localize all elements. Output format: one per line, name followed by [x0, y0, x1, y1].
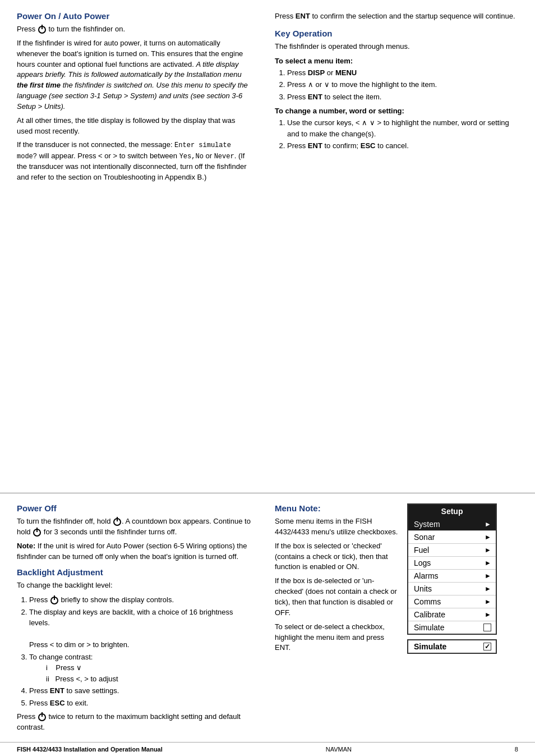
menu-note-title: Menu Note: [275, 503, 398, 513]
backlight-step-1: Press briefly to show the display contro… [29, 594, 252, 606]
select-step-1: Press DISP or MENU [287, 67, 518, 79]
power-icon [38, 26, 46, 34]
menu-box-container: Setup System ► Sonar ► Fuel ► Logs [407, 503, 497, 736]
change-step-1: Use the cursor keys, < ∧ ∨ > to highligh… [287, 117, 518, 139]
change-step-2: Press ENT to confirm; ESC to cancel. [287, 140, 518, 152]
menu-item-fuel-arrow: ► [485, 546, 491, 554]
menu-item-calibrate-label: Calibrate [414, 610, 445, 619]
simulate-box: Simulate ✓ [407, 639, 497, 654]
power-on-p4: If the transducer is not connected, the … [17, 140, 252, 182]
menu-item-units-arrow: ► [485, 585, 491, 593]
menu-note-p4: To select or de-select a checkbox, highl… [275, 622, 398, 654]
setup-menu: Setup System ► Sonar ► Fuel ► Logs [407, 503, 497, 635]
menu-item-comms-label: Comms [414, 597, 441, 606]
menu-item-comms: Comms ► [408, 595, 496, 608]
menu-item-alarms-arrow: ► [485, 572, 491, 580]
menu-item-logs-label: Logs [414, 558, 431, 567]
footer-left: FISH 4432/4433 Installation and Operatio… [17, 746, 163, 753]
setup-menu-header: Setup [408, 505, 496, 518]
power-on-p2: If the fishfinder is wired for auto powe… [17, 38, 252, 112]
menu-item-comms-arrow: ► [485, 598, 491, 606]
menu-item-logs-arrow: ► [485, 559, 491, 567]
simulate-box-label: Simulate [414, 642, 446, 651]
menu-item-fuel: Fuel ► [408, 544, 496, 557]
menu-item-units: Units ► [408, 583, 496, 595]
backlight-outro: Press twice to return to the maximum bac… [17, 712, 252, 733]
menu-item-system: System ► [408, 518, 496, 531]
menu-item-calibrate-arrow: ► [485, 611, 491, 618]
menu-item-calibrate: Calibrate ► [408, 608, 496, 621]
top-right-p1: Press ENT to confirm the selection and t… [275, 11, 518, 22]
bottom-left: Power Off To turn the fishfinder off, ho… [0, 499, 264, 742]
select-step-3: Press ENT to select the item. [287, 91, 518, 103]
backlight-step-3: To change contrast: i Press ∨ ii Press <… [29, 652, 252, 685]
select-menu-title: To select a menu item: [275, 57, 518, 65]
select-step-2: Press ∧ or ∨ to move the highlight to th… [287, 79, 518, 90]
select-steps-list: Press DISP or MENU Press ∧ or ∨ to move … [287, 67, 518, 103]
power-off-icon [113, 518, 121, 526]
menu-item-simulate: Simulate [408, 621, 496, 634]
simulate-box-row: Simulate ✓ [408, 640, 496, 653]
menu-item-system-arrow: ► [485, 520, 491, 528]
page: Power On / Auto Power Press to turn the … [0, 0, 535, 756]
key-op-intro: The fishfinder is operated through menus… [275, 42, 518, 52]
backlight-step-2: The display and keys are backlit, with a… [29, 607, 252, 650]
menu-item-sonar-arrow: ► [485, 533, 491, 541]
menu-note-p1: Some menu items in the FISH 4432/4433 me… [275, 516, 398, 538]
menu-item-alarms-label: Alarms [414, 571, 439, 580]
main-content: Power On / Auto Power Press to turn the … [0, 0, 535, 493]
footer: FISH 4432/4433 Installation and Operatio… [0, 742, 535, 756]
power-on-p1: Press to turn the fishfinder on. [17, 24, 252, 35]
menu-item-fuel-label: Fuel [414, 546, 429, 555]
menu-item-units-label: Units [414, 584, 432, 593]
menu-item-simulate-label: Simulate [414, 623, 444, 632]
menu-item-alarms: Alarms ► [408, 570, 496, 583]
menu-item-logs: Logs ► [408, 557, 496, 570]
right-column: Press ENT to confirm the selection and t… [264, 6, 535, 493]
backlight-step-4: Press ENT to save settings. [29, 685, 252, 697]
power-off-icon2 [33, 529, 41, 537]
menu-item-system-label: System [414, 520, 440, 529]
power-off-title: Power Off [17, 503, 252, 513]
change-steps-list: Use the cursor keys, < ∧ ∨ > to highligh… [287, 117, 518, 152]
contrast-ii: ii Press <, > to adjust [46, 673, 252, 685]
menu-item-sonar-label: Sonar [414, 533, 435, 542]
backlight-intro: To change the backlight level: [17, 580, 252, 591]
contrast-i: i Press ∨ [46, 662, 252, 673]
backlight-title: Backlight Adjustment [17, 567, 252, 577]
change-setting-title: To change a number, word or setting: [275, 107, 518, 115]
power-off-p1: To turn the fishfinder off, hold . A cou… [17, 516, 252, 538]
power-off-p2: Note: If the unit is wired for Auto Powe… [17, 541, 252, 562]
power-on-p3: At all other times, the title display is… [17, 116, 252, 137]
menu-note-p2: If the box is selected or 'checked' (con… [275, 541, 398, 573]
left-column: Power On / Auto Power Press to turn the … [0, 6, 264, 493]
power-bl-icon [50, 597, 58, 604]
backlight-step-5: Press ESC to exit. [29, 698, 252, 709]
menu-item-simulate-checkbox [483, 624, 491, 631]
footer-center: NAVMAN [326, 746, 352, 753]
menu-note-p3: If the box is de-selected or 'un-checked… [275, 576, 398, 618]
menu-note-text: Menu Note: Some menu items in the FISH 4… [275, 503, 398, 736]
footer-right: 8 [515, 746, 518, 753]
power-on-title: Power On / Auto Power [17, 11, 252, 21]
simulate-checked-icon: ✓ [483, 643, 491, 650]
menu-item-sonar: Sonar ► [408, 531, 496, 544]
key-operation-title: Key Operation [275, 29, 518, 38]
backlight-steps: Press briefly to show the display contro… [29, 594, 252, 708]
bottom-section: Power Off To turn the fishfinder off, ho… [0, 493, 535, 742]
power-bl-icon2 [38, 713, 46, 721]
bottom-right: Menu Note: Some menu items in the FISH 4… [264, 499, 535, 742]
